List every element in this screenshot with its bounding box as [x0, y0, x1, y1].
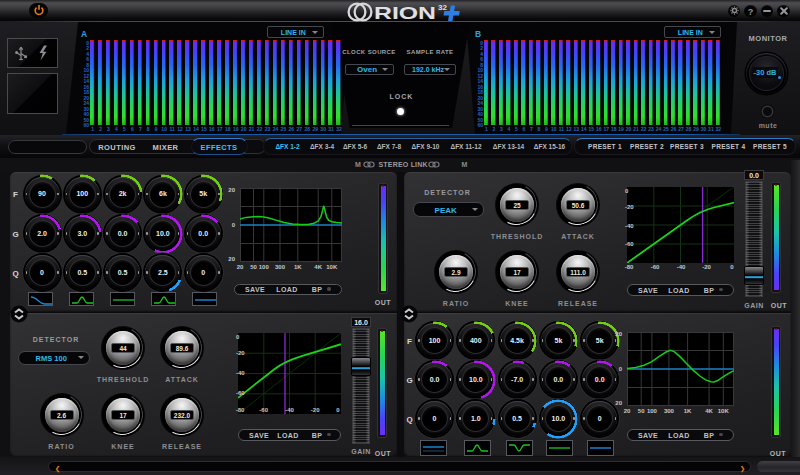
svg-text:RION: RION: [374, 4, 436, 23]
svg-text:32: 32: [438, 3, 447, 12]
